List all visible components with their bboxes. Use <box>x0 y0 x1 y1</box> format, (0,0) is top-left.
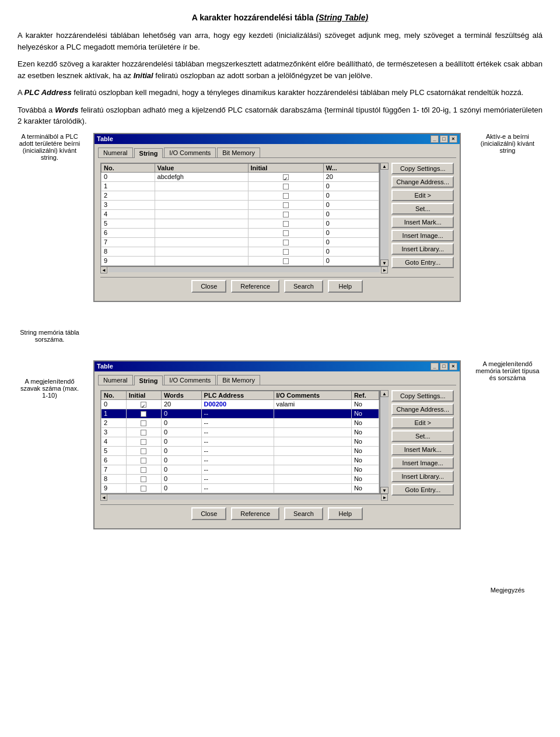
action-button[interactable]: Copy Settings... <box>391 163 454 174</box>
checkbox-initial[interactable] <box>283 249 289 255</box>
action-button[interactable]: Goto Entry... <box>391 257 454 268</box>
cell-value[interactable] <box>155 247 248 256</box>
cell-initial[interactable] <box>248 256 323 265</box>
cell-plc-address[interactable]: -- <box>201 427 274 437</box>
cell-initial[interactable] <box>126 483 161 493</box>
cell-plc-address[interactable]: -- <box>201 455 274 465</box>
scrollbar-2[interactable]: ▲ ▼ <box>380 390 388 494</box>
checkbox-initial[interactable] <box>283 174 289 180</box>
cell-initial[interactable] <box>126 409 161 418</box>
cell-value[interactable] <box>155 200 248 209</box>
bottom-button[interactable]: Help <box>328 507 363 520</box>
checkbox-initial[interactable] <box>141 411 146 417</box>
action-button[interactable]: Insert Image... <box>391 230 454 241</box>
scroll-left-2[interactable]: ◄ <box>100 494 107 501</box>
scroll-down-2[interactable]: ▼ <box>380 487 388 494</box>
cell-initial[interactable] <box>248 237 323 247</box>
bottom-button[interactable]: Close <box>191 507 226 520</box>
action-button[interactable]: Copy Settings... <box>391 390 454 402</box>
cell-value[interactable] <box>155 256 248 265</box>
cell-initial[interactable] <box>126 437 161 446</box>
cell-initial[interactable] <box>248 247 323 256</box>
checkbox-initial[interactable] <box>283 212 289 217</box>
checkbox-initial[interactable] <box>141 430 146 436</box>
cell-value[interactable] <box>155 237 248 247</box>
maximize-btn-1[interactable]: □ <box>440 135 448 143</box>
cell-initial[interactable] <box>248 191 323 200</box>
cell-initial[interactable] <box>248 228 323 237</box>
cell-value[interactable] <box>155 209 248 219</box>
checkbox-initial[interactable] <box>141 439 146 445</box>
action-button[interactable]: Edit > <box>391 189 454 201</box>
scroll-up-1[interactable]: ▲ <box>380 163 388 170</box>
scroll-left-1[interactable]: ◄ <box>100 266 107 273</box>
action-button[interactable]: Insert Library... <box>391 243 454 255</box>
tab-io-1[interactable]: I/O Comments <box>164 148 216 157</box>
action-button[interactable]: Insert Image... <box>391 457 454 469</box>
checkbox-initial[interactable] <box>141 467 146 473</box>
action-button[interactable]: Insert Mark... <box>391 444 454 455</box>
checkbox-initial[interactable] <box>141 420 146 426</box>
scroll-right-2[interactable]: ► <box>381 494 388 501</box>
checkbox-initial[interactable] <box>283 202 289 208</box>
bottom-button[interactable]: Help <box>328 280 363 293</box>
tab-string-2[interactable]: String <box>134 375 163 385</box>
hscrollbar-1[interactable]: ◄ ► <box>100 266 388 273</box>
scrollbar-1[interactable]: ▲ ▼ <box>380 163 388 266</box>
action-button[interactable]: Change Address... <box>391 176 454 188</box>
cell-value[interactable] <box>155 181 248 191</box>
cell-initial[interactable] <box>126 446 161 455</box>
tab-numeral-1[interactable]: Numeral <box>98 148 133 157</box>
cell-initial[interactable] <box>126 427 161 437</box>
action-button[interactable]: Insert Library... <box>391 471 454 482</box>
scroll-down-1[interactable]: ▼ <box>380 259 388 266</box>
checkbox-initial[interactable] <box>141 402 146 408</box>
action-button[interactable]: Edit > <box>391 417 454 429</box>
cell-initial[interactable] <box>126 455 161 465</box>
cell-plc-address[interactable]: -- <box>201 418 274 427</box>
cell-plc-address[interactable]: -- <box>201 409 274 418</box>
bottom-button[interactable]: Close <box>191 280 226 293</box>
checkbox-initial[interactable] <box>141 476 146 482</box>
cell-value[interactable]: abcdefgh <box>155 172 248 181</box>
checkbox-initial[interactable] <box>283 258 289 264</box>
bottom-button[interactable]: Reference <box>231 280 279 293</box>
bottom-button[interactable]: Reference <box>231 507 279 520</box>
action-button[interactable]: Set... <box>391 203 454 215</box>
cell-initial[interactable] <box>126 465 161 474</box>
tab-string-1[interactable]: String <box>134 148 163 158</box>
action-button[interactable]: Goto Entry... <box>391 484 454 496</box>
cell-initial[interactable] <box>126 399 161 409</box>
tab-numeral-2[interactable]: Numeral <box>98 375 133 385</box>
checkbox-initial[interactable] <box>141 486 146 492</box>
hscrollbar-2[interactable]: ◄ ► <box>100 494 388 501</box>
minimize-btn-1[interactable]: _ <box>430 135 439 143</box>
cell-initial[interactable] <box>248 219 323 228</box>
checkbox-initial[interactable] <box>141 458 146 464</box>
tab-bitmemory-2[interactable]: Bit Memory <box>217 375 260 385</box>
cell-plc-address[interactable]: -- <box>201 437 274 446</box>
cell-initial[interactable] <box>248 200 323 209</box>
close-btn-2[interactable]: × <box>449 363 457 370</box>
checkbox-initial[interactable] <box>283 221 289 227</box>
checkbox-initial[interactable] <box>283 184 289 189</box>
cell-initial[interactable] <box>248 209 323 219</box>
tab-bitmemory-1[interactable]: Bit Memory <box>217 148 260 157</box>
cell-plc-address[interactable]: D00200 <box>201 399 274 409</box>
checkbox-initial[interactable] <box>141 448 146 454</box>
cell-plc-address[interactable]: -- <box>201 465 274 474</box>
cell-value[interactable] <box>155 191 248 200</box>
cell-plc-address[interactable]: -- <box>201 474 274 483</box>
bottom-button[interactable]: Search <box>284 507 323 520</box>
close-btn-1[interactable]: × <box>449 135 457 143</box>
checkbox-initial[interactable] <box>283 240 289 245</box>
cell-initial[interactable] <box>126 474 161 483</box>
cell-initial[interactable] <box>248 181 323 191</box>
cell-value[interactable] <box>155 228 248 237</box>
action-button[interactable]: Set... <box>391 430 454 442</box>
tab-io-2[interactable]: I/O Comments <box>164 375 216 385</box>
minimize-btn-2[interactable]: _ <box>430 363 439 370</box>
checkbox-initial[interactable] <box>283 193 289 199</box>
scroll-up-2[interactable]: ▲ <box>380 390 388 397</box>
action-button[interactable]: Insert Mark... <box>391 216 454 228</box>
